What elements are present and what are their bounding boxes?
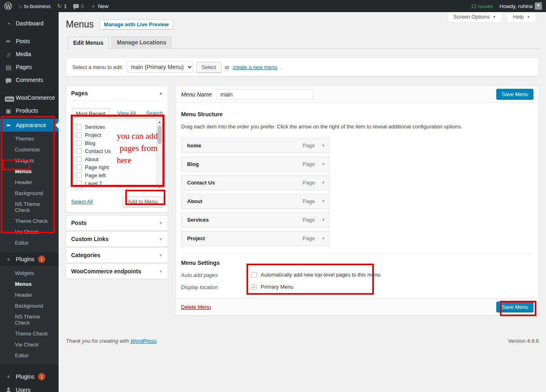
tab-most-recent[interactable]: Most Recent	[72, 108, 110, 119]
tab-view-all[interactable]: View All	[114, 108, 139, 118]
menu-structure-help: Drag each item into the order you prefer…	[181, 124, 533, 130]
menu-item-blog[interactable]: Blog Page ▼	[181, 157, 330, 172]
menu-name-input[interactable]	[217, 89, 314, 100]
chevron-down-icon[interactable]: ▼	[321, 162, 325, 166]
posts-panel-header[interactable]: Posts ▼	[66, 216, 168, 230]
wordpress-logo-icon[interactable]: Ⓦ	[4, 2, 12, 10]
checkbox[interactable]	[76, 140, 82, 146]
tab-manage-locations[interactable]: Manage Locations	[112, 36, 171, 48]
save-menu-button-top[interactable]: Save Menu	[496, 89, 533, 100]
checkbox[interactable]	[76, 164, 82, 170]
sidebar-item-woocommerce[interactable]: Woo WooCommerce	[0, 91, 59, 104]
menu-item-project[interactable]: Project Page ▼	[181, 231, 330, 246]
submenu-item-header[interactable]: Header	[0, 177, 59, 188]
chevron-down-icon[interactable]: ▼	[321, 180, 325, 185]
submenu-item-themes[interactable]: Themes	[0, 133, 59, 144]
submenu-item-widgets-2[interactable]: Widgets	[0, 268, 59, 279]
primary-menu-checkbox[interactable]: ✓	[251, 284, 257, 290]
checkbox[interactable]	[76, 132, 82, 138]
sidebar-item-users[interactable]: Users	[0, 384, 59, 392]
updates-icon: ↻	[57, 3, 62, 9]
checkbox[interactable]	[76, 124, 82, 130]
menu-item-services[interactable]: Services Page ▼	[181, 212, 330, 227]
select-all-link[interactable]: Select All	[71, 199, 93, 205]
submenu-item-theme-check[interactable]: Theme Check	[0, 216, 59, 226]
checkbox[interactable]	[76, 180, 82, 186]
pages-panel-title: Pages	[71, 90, 88, 96]
categories-panel-header[interactable]: Categories ▼	[66, 248, 168, 262]
sidebar-item-products[interactable]: ▣ Products	[0, 104, 59, 117]
chevron-down-icon[interactable]: ▼	[321, 218, 325, 222]
new-content-link[interactable]: ＋ New	[90, 3, 108, 9]
menu-name-label: Menu Name	[181, 91, 212, 98]
submenu-item-customize[interactable]: Customize	[0, 144, 59, 155]
chevron-down-icon[interactable]: ▼	[321, 199, 325, 203]
submenu-item-editor-2[interactable]: Editor	[0, 350, 59, 361]
chevron-down-icon[interactable]: ▼	[321, 236, 325, 241]
issues-link[interactable]: 12 issues	[471, 3, 493, 9]
page-footer: Thank you for creating with WordPress. V…	[66, 338, 539, 344]
chevron-up-icon[interactable]: ▲	[159, 91, 163, 95]
chevron-down-icon[interactable]: ▼	[159, 237, 163, 241]
chevron-down-icon[interactable]: ▼	[159, 269, 163, 274]
tab-search[interactable]: Search	[143, 108, 166, 118]
submenu-item-theme-check-2[interactable]: Theme Check	[0, 328, 59, 339]
create-new-menu-link[interactable]: create a new menu	[232, 64, 277, 70]
checkbox[interactable]	[76, 156, 82, 162]
page-checkbox-row: Contact Us	[76, 147, 153, 155]
auto-add-pages-checkbox[interactable]	[251, 272, 257, 278]
sidebar-item-appearance[interactable]: ✒ Appearance	[0, 119, 59, 132]
sidebar-item-posts[interactable]: ✏ Posts	[0, 35, 59, 48]
delete-menu-link[interactable]: Delete Menu	[181, 304, 211, 310]
menu-select-dropdown[interactable]: main (Primary Menu)	[126, 61, 193, 73]
sidebar-item-comments[interactable]: Comments	[0, 73, 59, 86]
scrollbar[interactable]: ▲ ▼	[156, 119, 162, 190]
submenu-item-ns-theme-check[interactable]: NS Theme Check	[0, 199, 59, 216]
select-button[interactable]: Select	[196, 62, 221, 73]
sidebar-item-media[interactable]: ♫ Media	[0, 48, 59, 61]
top-flaps: Screen Options ▼ Help ▼	[447, 11, 536, 23]
submenu-item-menus-2[interactable]: Menus	[0, 279, 59, 289]
chevron-down-icon[interactable]: ▼	[321, 143, 325, 148]
submenu-item-vw-check[interactable]: Vw Check	[0, 226, 59, 237]
tab-edit-menus[interactable]: Edit Menus	[68, 37, 109, 49]
submenu-item-background[interactable]: Background	[0, 188, 59, 199]
pages-panel-header[interactable]: Pages ▲	[66, 86, 168, 101]
submenu-item-menus[interactable]: Menus	[0, 166, 59, 177]
chevron-down-icon[interactable]: ▼	[159, 221, 163, 225]
screen-options-button[interactable]: Screen Options ▼	[447, 11, 502, 23]
submenu-item-background-2[interactable]: Background	[0, 300, 59, 311]
sidebar-item-pages[interactable]: ▤ Pages	[0, 61, 59, 73]
woocommerce-endpoints-panel-header[interactable]: WooCommerce endpoints ▼	[66, 264, 168, 279]
manage-live-preview-button[interactable]: Manage with Live Preview	[99, 19, 173, 29]
account-menu[interactable]: Howdy, ruhina	[500, 2, 542, 10]
custom-links-panel-header[interactable]: Custom Links ▼	[66, 232, 168, 246]
menu-item-about[interactable]: About Page ▼	[181, 194, 330, 209]
help-button[interactable]: Help ▼	[507, 11, 536, 23]
comments-link[interactable]: 0	[73, 3, 84, 9]
sidebar-item-plugins-bottom[interactable]: ⚡ Plugins 1	[0, 370, 59, 384]
submenu-item-header-2[interactable]: Header	[0, 289, 59, 300]
submenu-item-ns-theme-check-2[interactable]: NS Theme Check	[0, 311, 59, 328]
scrollbar-thumb[interactable]	[158, 126, 162, 144]
sidebar-item-dashboard[interactable]: ◔ Dashboard	[0, 17, 59, 30]
wordpress-link[interactable]: WordPress	[131, 338, 156, 344]
checkbox[interactable]	[76, 172, 82, 178]
updates-link[interactable]: ↻ 1	[57, 3, 67, 9]
save-menu-button-bottom[interactable]: Save Menu	[496, 302, 533, 312]
add-to-menu-button[interactable]: Add to Menu	[122, 196, 163, 207]
menu-item-home[interactable]: home Page ▼	[181, 138, 330, 153]
scroll-down-icon[interactable]: ▼	[157, 185, 162, 189]
chevron-down-icon[interactable]: ▼	[159, 253, 163, 258]
scroll-up-icon[interactable]: ▲	[157, 120, 162, 124]
menu-item-contact-us[interactable]: Contact Us Page ▼	[181, 175, 330, 190]
submenu-item-vw-check-2[interactable]: Vw Check	[0, 339, 59, 350]
menu-structure-list: home Page ▼ Blog Page ▼	[181, 138, 533, 246]
products-icon: ▣	[5, 108, 12, 114]
checkbox[interactable]	[76, 189, 82, 191]
submenu-item-editor[interactable]: Editor	[0, 237, 59, 248]
site-name-link[interactable]: ⌂ ts-business	[19, 3, 51, 9]
submenu-item-widgets[interactable]: Widgets	[0, 155, 59, 166]
checkbox[interactable]	[76, 148, 82, 154]
sidebar-item-plugins[interactable]: ⚡ Plugins 1	[0, 252, 59, 266]
